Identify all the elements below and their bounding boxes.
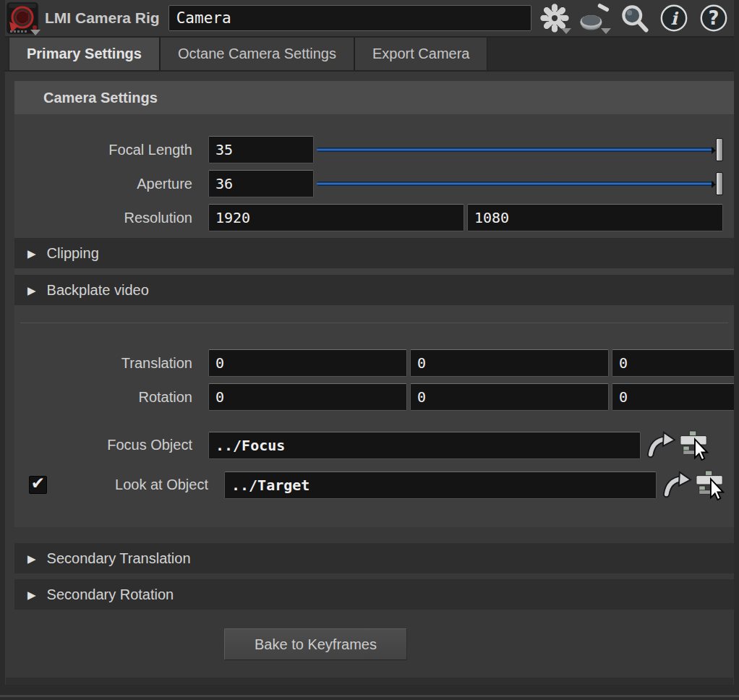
- camera-settings-group-body: Focal Length Aperture: [14, 114, 734, 500]
- node-info-button[interactable]: i: [657, 1, 691, 35]
- resolution-row: Resolution: [14, 204, 734, 231]
- gear-menu-arrow-icon: [561, 28, 571, 34]
- ladle-menu-arrow-icon: [601, 28, 611, 34]
- translation-fields: [208, 349, 734, 377]
- focal-length-label: Focal Length: [14, 142, 208, 158]
- node-picker-icon: [695, 470, 725, 500]
- rotation-x-input[interactable]: [208, 383, 407, 411]
- resolution-height-input[interactable]: [467, 204, 723, 231]
- focal-length-slider-track[interactable]: [317, 148, 715, 152]
- tab-primary-settings[interactable]: Primary Settings: [9, 38, 160, 70]
- resolution-width-input[interactable]: [208, 204, 464, 231]
- aperture-slider-track[interactable]: [317, 182, 715, 186]
- focal-length-input[interactable]: [208, 136, 314, 163]
- look-at-object-node-picker-button[interactable]: [694, 469, 725, 500]
- focus-object-label: Focus Object: [14, 437, 208, 453]
- rotation-fields: [208, 383, 734, 411]
- focus-object-jump-button[interactable]: [646, 430, 677, 461]
- focus-object-node-picker-button[interactable]: [678, 430, 709, 461]
- clipping-collapse-arrow-icon: ▶: [27, 248, 36, 259]
- camera-settings-group-header: Camera Settings: [14, 81, 734, 114]
- translation-y-input[interactable]: [410, 349, 609, 377]
- rotation-row: Rotation: [14, 383, 734, 411]
- focus-object-input[interactable]: [208, 432, 641, 459]
- secondary-rotation-collapsible[interactable]: ▶ Secondary Rotation: [14, 579, 734, 610]
- search-parameters-button[interactable]: [617, 1, 652, 35]
- pane-content: LMI Camera Rig: [5, 0, 734, 685]
- help-button[interactable]: ?: [696, 1, 731, 35]
- clipping-label: Clipping: [47, 245, 99, 262]
- jump-arrow-icon: [646, 430, 677, 461]
- translation-row: Translation: [14, 349, 734, 377]
- help-icon: ?: [699, 3, 729, 33]
- focal-length-row: Focal Length: [14, 136, 734, 163]
- secondary-translation-collapse-arrow-icon: ▶: [27, 553, 36, 564]
- rotation-z-input[interactable]: [612, 383, 734, 411]
- node-name-input[interactable]: [168, 5, 531, 31]
- footer-divider: [0, 695, 739, 697]
- resolution-fields: [208, 204, 723, 231]
- tab-octane-camera-settings[interactable]: Octane Camera Settings: [160, 38, 354, 70]
- node-menu-arrow-icon: [30, 30, 40, 35]
- tab-export-camera[interactable]: Export Camera: [354, 38, 488, 70]
- look-at-object-label: Look at Object: [47, 477, 224, 493]
- parameter-separator: [20, 323, 728, 323]
- clipping-collapsible[interactable]: ▶ Clipping: [14, 238, 734, 268]
- translation-label: Translation: [14, 355, 208, 372]
- look-at-object-input[interactable]: [224, 471, 657, 499]
- info-icon: i: [659, 3, 689, 33]
- backplate-collapse-arrow-icon: ▶: [27, 285, 36, 296]
- secondary-translation-label: Secondary Translation: [47, 550, 191, 567]
- camera-settings-group-title: Camera Settings: [43, 90, 158, 106]
- look-at-object-jump-button[interactable]: [662, 469, 693, 500]
- aperture-slider-handle[interactable]: [716, 172, 723, 195]
- search-icon: [618, 2, 650, 34]
- look-at-object-buttons: [662, 469, 725, 500]
- node-picker-icon: [679, 430, 709, 461]
- header-toolbar: i ?: [537, 1, 731, 35]
- camera-settings-group: Camera Settings Focal Length Ape: [14, 81, 734, 527]
- focus-object-buttons: [646, 430, 709, 461]
- bake-to-keyframes-button[interactable]: Bake to Keyframes: [224, 628, 407, 660]
- parameter-list: Camera Settings Focal Length Ape: [5, 72, 734, 685]
- look-at-object-row: ✔ Look at Object: [14, 469, 734, 500]
- look-at-object-label-cell: ✔ Look at Object: [14, 476, 224, 494]
- checkmark-icon: ✔: [31, 475, 45, 492]
- rotation-label: Rotation: [14, 389, 208, 406]
- gear-menu-button[interactable]: [537, 1, 572, 35]
- secondary-translation-collapsible[interactable]: ▶ Secondary Translation: [14, 543, 734, 573]
- focal-length-slider[interactable]: [317, 136, 723, 163]
- node-header: LMI Camera Rig: [5, 0, 734, 38]
- svg-text:?: ?: [709, 7, 719, 29]
- secondary-rotation-label: Secondary Rotation: [47, 586, 174, 603]
- aperture-label: Aperture: [14, 176, 208, 192]
- focal-length-slider-handle[interactable]: [716, 138, 723, 161]
- rotation-y-input[interactable]: [410, 383, 609, 411]
- look-at-object-checkbox[interactable]: ✔: [29, 476, 47, 494]
- aperture-slider[interactable]: [317, 170, 723, 197]
- backplate-video-collapsible[interactable]: ▶ Backplate video: [14, 275, 734, 305]
- translation-z-input[interactable]: [612, 349, 734, 377]
- version-collapsible[interactable]: ▶ Version: [6, 678, 733, 685]
- aperture-input[interactable]: [208, 170, 314, 197]
- parameter-tab-bar: Primary Settings Octane Camera Settings …: [5, 38, 734, 72]
- focus-object-row: Focus Object: [14, 430, 734, 461]
- translation-x-input[interactable]: [208, 349, 407, 377]
- jump-arrow-icon: [662, 470, 693, 500]
- pane-footer: [0, 685, 739, 700]
- backplate-video-label: Backplate video: [47, 282, 149, 299]
- ladle-tools-button[interactable]: [577, 1, 612, 35]
- secondary-rotation-collapse-arrow-icon: ▶: [27, 589, 36, 600]
- node-type-title: LMI Camera Rig: [45, 9, 160, 27]
- camera-node-icon[interactable]: [6, 1, 39, 35]
- aperture-row: Aperture: [14, 170, 734, 197]
- resolution-label: Resolution: [14, 210, 208, 226]
- parameter-pane: LMI Camera Rig: [0, 0, 739, 700]
